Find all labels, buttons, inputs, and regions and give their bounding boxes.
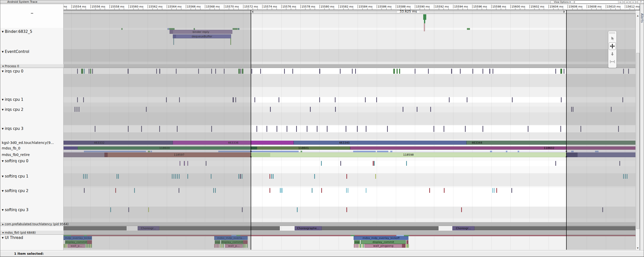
ruler-minor-tick	[176, 8, 177, 10]
ruler-minor-tick	[100, 8, 100, 10]
ruler-tick-label: 15600 ms	[511, 5, 525, 8]
ruler-minor-tick	[329, 8, 329, 10]
ruler-tick-label: 15602 ms	[530, 5, 544, 8]
ruler-minor-tick	[382, 8, 382, 10]
ruler-tick-label: 15554 ms	[72, 5, 86, 8]
alerts-side-tab[interactable]: Alerts	[640, 4, 644, 250]
ruler-minor-tick	[334, 8, 334, 10]
ruler-major-tick	[243, 5, 243, 8]
ruler-minor-tick	[458, 8, 458, 10]
ruler-minor-tick	[482, 8, 482, 10]
ruler-major-tick	[167, 5, 167, 8]
nav-forward-button[interactable]: →	[624, 1, 629, 4]
selection-boundary-line[interactable]	[251, 10, 251, 250]
ruler-minor-tick	[291, 8, 291, 10]
ruler-minor-tick	[138, 8, 138, 10]
ruler-tick-label: 15606 ms	[569, 5, 582, 8]
ruler-major-tick	[434, 5, 434, 8]
ruler-minor-tick	[611, 8, 611, 10]
ruler-minor-tick	[467, 8, 468, 10]
ruler-major-tick	[186, 5, 186, 8]
android-system-trace-window: Android System Trace View Options ▾ ← → …	[0, 0, 644, 257]
ruler-minor-tick	[81, 8, 81, 10]
ruler-minor-tick	[200, 8, 200, 10]
ruler-minor-tick	[563, 8, 563, 10]
ruler-major-tick	[110, 5, 110, 8]
ruler-tick-label: 15564 ms	[168, 5, 182, 8]
ruler-minor-tick	[596, 8, 597, 10]
ruler-tick-label: 15558 ms	[111, 5, 124, 8]
ruler-minor-tick	[234, 8, 234, 10]
measure-left-arrow-icon	[251, 11, 253, 13]
ruler-minor-tick	[539, 8, 539, 10]
ruler-tick-label: 15584 ms	[359, 5, 372, 8]
ruler-minor-tick	[615, 8, 616, 10]
ruler-major-tick	[396, 5, 396, 8]
scroll-down-icon[interactable]: ▼	[636, 246, 640, 250]
alerts-tab-label[interactable]: Alerts	[640, 13, 644, 23]
ruler-minor-tick	[410, 8, 410, 10]
timing-tool-button[interactable]	[609, 58, 616, 65]
ruler-minor-tick	[582, 8, 582, 10]
ruler-minor-tick	[372, 8, 372, 10]
selection-layer: 33.625 ms	[0, 0, 636, 250]
search-input[interactable]	[575, 1, 618, 4]
ruler-minor-tick	[86, 8, 86, 10]
vertical-scrollbar[interactable]: ▲ ▼	[635, 14, 640, 250]
ruler-tick-label: 15574 ms	[263, 5, 277, 8]
ruler-tick-label: 15570 ms	[225, 5, 239, 8]
ruler-minor-tick	[405, 8, 406, 10]
zoom-tool-button[interactable]	[609, 50, 616, 58]
ruler-minor-tick	[277, 8, 277, 10]
cursor-arrow-icon	[610, 36, 615, 41]
ruler-major-tick	[568, 5, 568, 8]
ruler-major-tick	[606, 5, 606, 8]
ruler-minor-tick	[238, 8, 239, 10]
ruler-major-tick	[491, 5, 492, 8]
ruler-major-tick	[339, 5, 339, 8]
ruler-minor-tick	[496, 8, 496, 10]
ruler-minor-tick	[310, 8, 310, 10]
selection-tool-button[interactable]	[609, 35, 616, 42]
ruler-minor-tick	[67, 8, 67, 10]
ruler-minor-tick	[487, 8, 487, 10]
ruler-minor-tick	[229, 8, 229, 10]
ruler-minor-tick	[515, 8, 515, 10]
ruler-tick-label: 15566 ms	[187, 5, 201, 8]
window-title: Android System Trace	[7, 0, 37, 4]
ruler-minor-tick	[401, 8, 401, 10]
nav-back-button[interactable]: ←	[618, 1, 623, 4]
selection-status-text: 1 item selected:	[14, 252, 44, 255]
ruler-major-tick	[224, 5, 224, 8]
view-options-button[interactable]: View Options ▾	[550, 1, 574, 4]
ruler-minor-tick	[214, 8, 215, 10]
ruler-minor-tick	[592, 8, 592, 10]
ruler-minor-tick	[248, 8, 248, 10]
scrollbar-thumb[interactable]	[636, 53, 640, 229]
ruler-tick-label: 15590 ms	[416, 5, 430, 8]
ruler-major-tick	[549, 5, 549, 8]
ruler-tick-label: 15552 ms	[64, 5, 67, 8]
ruler-major-tick	[319, 5, 320, 8]
ruler-minor-tick	[630, 8, 630, 10]
selection-boundary-line[interactable]	[566, 10, 567, 250]
ruler-minor-tick	[448, 8, 449, 10]
palette-grip-handle[interactable]	[609, 32, 615, 34]
ruler-minor-tick	[553, 8, 554, 10]
ruler-tick-label: 15598 ms	[492, 5, 506, 8]
ruler-major-tick	[587, 5, 587, 8]
pan-tool-button[interactable]	[609, 42, 616, 50]
help-button[interactable]: ?	[637, 1, 644, 4]
nav-skip-button[interactable]: »	[631, 1, 635, 4]
ruler-minor-tick	[119, 8, 119, 10]
ruler-tick-label: 15604 ms	[550, 5, 563, 8]
ruler-minor-tick	[191, 8, 191, 10]
scroll-up-icon[interactable]: ▲	[636, 14, 640, 17]
ruler-minor-tick	[601, 8, 601, 10]
selection-marker-icon	[565, 155, 567, 157]
timeline-ruler[interactable]: 15552 ms15554 ms15556 ms15558 ms15560 ms…	[64, 4, 640, 10]
ruler-tick-label: 15588 ms	[397, 5, 411, 8]
ruler-minor-tick	[267, 8, 267, 10]
ruler-minor-tick	[152, 8, 153, 10]
ruler-tick-label: 15576 ms	[282, 5, 296, 8]
